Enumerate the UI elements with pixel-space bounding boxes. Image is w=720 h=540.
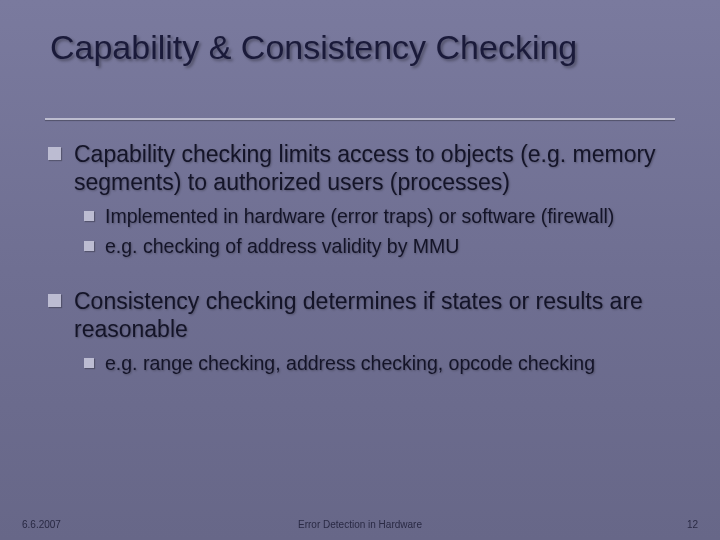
bullet-text: Capability checking limits access to obj…	[74, 140, 680, 196]
bullet-level2: e.g. range checking, address checking, o…	[84, 351, 680, 375]
slide: Capability & Consistency Checking Capabi…	[0, 0, 720, 540]
bullet-text: e.g. checking of address validity by MMU	[105, 234, 459, 258]
square-bullet-icon	[84, 358, 94, 368]
bullet-text: e.g. range checking, address checking, o…	[105, 351, 595, 375]
square-bullet-icon	[84, 241, 94, 251]
footer-title: Error Detection in Hardware	[0, 519, 720, 530]
slide-title: Capability & Consistency Checking	[0, 0, 720, 75]
slide-content: Capability checking limits access to obj…	[48, 140, 680, 381]
bullet-level2: Implemented in hardware (error traps) or…	[84, 204, 680, 228]
bullet-level2: e.g. checking of address validity by MMU	[84, 234, 680, 258]
square-bullet-icon	[48, 294, 61, 307]
bullet-text: Consistency checking determines if state…	[74, 287, 680, 343]
title-underline	[45, 118, 675, 120]
bullet-text: Implemented in hardware (error traps) or…	[105, 204, 614, 228]
square-bullet-icon	[84, 211, 94, 221]
bullet-level1: Consistency checking determines if state…	[48, 287, 680, 343]
square-bullet-icon	[48, 147, 61, 160]
bullet-level1: Capability checking limits access to obj…	[48, 140, 680, 196]
footer-page-number: 12	[687, 519, 698, 530]
spacer	[48, 265, 680, 287]
slide-footer: 6.6.2007 Error Detection in Hardware 12	[0, 510, 720, 530]
